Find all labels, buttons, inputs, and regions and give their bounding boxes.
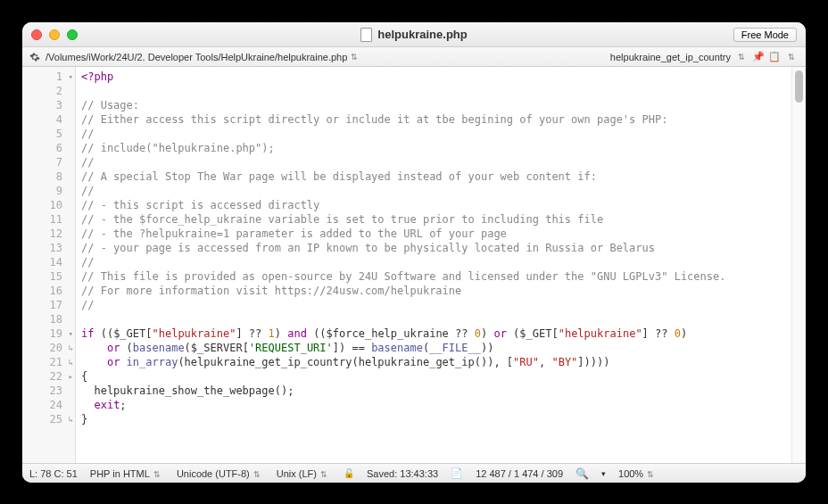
symbol-selector[interactable]: helpukraine_get_ip_country — [610, 52, 731, 62]
code-line[interactable]: <?php — [81, 70, 786, 84]
line-number: 13 — [22, 241, 75, 255]
line-number: 19▾ — [22, 326, 75, 341]
free-mode-button[interactable]: Free Mode — [733, 28, 797, 42]
line-number: 16 — [22, 284, 75, 298]
fold-marker[interactable]: ▾ — [69, 326, 73, 341]
fold-marker[interactable]: ↳ — [69, 355, 73, 369]
line-endings-selector[interactable]: Unix (LF) — [277, 468, 317, 479]
cursor-pos: L: 78 C: 51 — [29, 468, 78, 479]
scroll-thumb[interactable] — [795, 70, 803, 103]
line-number: 11 — [22, 212, 75, 227]
encoding-dropdown-icon[interactable]: ⇅ — [250, 470, 264, 479]
zoom-down-icon[interactable]: ▾ — [601, 469, 606, 478]
code-line[interactable]: // For more information visit https://24… — [81, 284, 786, 298]
line-number: 1▾ — [22, 70, 75, 84]
code-line[interactable]: helpukraine_show_the_webpage(); — [81, 384, 786, 398]
fold-marker[interactable]: ↳ — [69, 412, 73, 426]
line-number: 21↳ — [22, 355, 75, 369]
code-line[interactable]: or in_array(helpukraine_get_ip_country(h… — [81, 355, 786, 369]
code-line[interactable]: // include("helpukraine.php"); — [81, 141, 786, 155]
code-line[interactable]: or (basename($_SERVER['REQUEST_URI']) ==… — [81, 341, 786, 355]
zoom-icon[interactable] — [67, 29, 78, 40]
code-line[interactable]: // — [81, 298, 786, 312]
line-number: 22▸ — [22, 369, 75, 384]
line-number: 3 — [22, 98, 75, 112]
code-line[interactable]: // — [81, 155, 786, 169]
line-number: 10 — [22, 198, 75, 212]
zoom-dropdown-icon[interactable]: ⇅ — [643, 470, 658, 479]
scrollbar[interactable] — [791, 67, 806, 463]
code-editor[interactable]: <?php// Usage:// Either access this scri… — [76, 67, 791, 463]
editor-window: helpukraine.php Free Mode /Volumes/iWork… — [22, 22, 806, 483]
gear-icon[interactable] — [29, 52, 40, 62]
fold-marker[interactable]: ▸ — [69, 369, 73, 384]
code-line[interactable]: if (($_GET["helpukraine"] ?? 1) and (($f… — [81, 326, 786, 341]
zoom-level[interactable]: 100% — [618, 468, 643, 479]
window-controls — [31, 29, 78, 40]
code-line[interactable]: // - this script is accessed diractly — [81, 198, 786, 212]
path-bar: /Volumes/iWork/24U/2. Developer Tools/He… — [22, 47, 806, 67]
document-icon: 📄 — [451, 467, 463, 479]
line-number: 17 — [22, 298, 75, 312]
code-line[interactable]: // - the ?helpukraine=1 parameter is add… — [81, 227, 786, 241]
path-dropdown-icon[interactable]: ⇅ — [347, 53, 361, 62]
code-line[interactable] — [81, 84, 786, 98]
code-line[interactable]: // — [81, 127, 786, 141]
line-number: 15 — [22, 269, 75, 284]
line-number: 7 — [22, 155, 75, 169]
code-line[interactable]: // This file is provided as open-source … — [81, 269, 786, 284]
code-line[interactable]: // A special Stop The War page will be d… — [81, 169, 786, 184]
line-number: 8 — [22, 169, 75, 184]
editor-area: 1▾2345678910111213141516171819▾20↳21↳22▸… — [22, 67, 806, 463]
title-text: helpukraine.php — [377, 28, 467, 41]
line-number: 18 — [22, 312, 75, 326]
line-number: 14 — [22, 255, 75, 269]
line-number: 25↳ — [22, 412, 75, 426]
line-number: 23 — [22, 384, 75, 398]
file-stats: 12 487 / 1 474 / 309 — [476, 468, 563, 479]
save-status: Saved: 13:43:33 — [367, 468, 438, 479]
pin-icon[interactable]: 📌 — [752, 51, 765, 62]
line-number: 2 — [22, 84, 75, 98]
window-title: helpukraine.php — [22, 28, 806, 42]
line-number: 12 — [22, 227, 75, 241]
toolbar-menu-icon[interactable]: ⇅ — [784, 53, 799, 62]
endings-dropdown-icon[interactable]: ⇅ — [317, 470, 331, 479]
code-line[interactable]: { — [81, 369, 786, 384]
file-icon — [360, 28, 372, 42]
copy-icon[interactable]: 📋 — [768, 51, 781, 62]
titlebar: helpukraine.php Free Mode — [22, 22, 806, 47]
line-number: 24 — [22, 398, 75, 412]
code-line[interactable]: // - your page is accessed from an IP kn… — [81, 241, 786, 255]
code-line[interactable]: exit; — [81, 398, 786, 412]
status-bar: L: 78 C: 51 PHP in HTML⇅ Unicode (UTF-8)… — [22, 463, 806, 483]
symbol-dropdown-icon[interactable]: ⇅ — [734, 53, 749, 62]
line-number: 4 — [22, 112, 75, 127]
lock-icon[interactable]: 🔓 — [344, 468, 354, 478]
close-icon[interactable] — [31, 29, 42, 40]
lang-dropdown-icon[interactable]: ⇅ — [150, 470, 164, 479]
file-path[interactable]: /Volumes/iWork/24U/2. Developer Tools/He… — [46, 52, 347, 62]
code-line[interactable]: } — [81, 412, 786, 426]
minimize-icon[interactable] — [49, 29, 60, 40]
code-line[interactable]: // Either access this script directly or… — [81, 112, 786, 127]
code-line[interactable] — [81, 312, 786, 326]
code-line[interactable]: // — [81, 184, 786, 198]
code-line[interactable]: // Usage: — [81, 98, 786, 112]
line-number: 6 — [22, 141, 75, 155]
code-line[interactable]: // — [81, 255, 786, 269]
fold-marker[interactable]: ▾ — [69, 70, 73, 84]
lang-selector[interactable]: PHP in HTML — [90, 468, 150, 479]
line-number: 5 — [22, 127, 75, 141]
fold-marker[interactable]: ↳ — [69, 341, 73, 355]
encoding-selector[interactable]: Unicode (UTF-8) — [177, 468, 250, 479]
zoom-icon[interactable]: 🔍 — [575, 467, 589, 480]
gutter: 1▾2345678910111213141516171819▾20↳21↳22▸… — [22, 67, 76, 463]
code-line[interactable]: // - the $force_help_ukraine variable is… — [81, 212, 786, 227]
line-number: 20↳ — [22, 341, 75, 355]
line-number: 9 — [22, 184, 75, 198]
